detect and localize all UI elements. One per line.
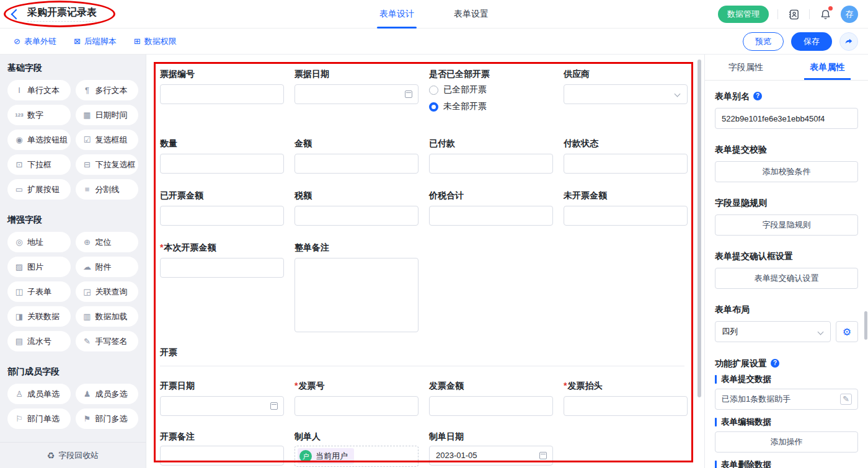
date-input[interactable]: [160, 396, 284, 416]
panel-scrollbar[interactable]: [864, 311, 867, 340]
field-invoice-no[interactable]: *发票号: [294, 380, 418, 416]
sidebar-item-multi-line-text[interactable]: ¶多行文本: [76, 80, 139, 100]
sidebar-item-data-load[interactable]: ▥数据加载: [76, 306, 139, 327]
select-input[interactable]: [564, 84, 688, 104]
date-input[interactable]: 2023-01-05: [429, 446, 553, 466]
field-supplier[interactable]: 供应商: [564, 68, 688, 118]
text-input[interactable]: [160, 446, 284, 466]
field-visibility-button[interactable]: 字段显隐规则: [715, 214, 858, 236]
field-make-date[interactable]: 制单日期 2023-01-05: [429, 431, 553, 467]
sidebar-item-attachment[interactable]: ☁附件: [76, 257, 139, 277]
sidebar-item-signature[interactable]: ✎手写签名: [76, 331, 139, 351]
text-input[interactable]: [160, 154, 284, 174]
sidebar-item-serial-number[interactable]: ▤流水号: [7, 331, 71, 351]
sidebar-item-checkbox-group[interactable]: ☑复选框组: [76, 130, 139, 150]
sidebar-item-number[interactable]: 123数字: [7, 105, 71, 125]
preview-button[interactable]: 预览: [743, 32, 784, 51]
add-edit-action-button[interactable]: 添加操作: [715, 431, 858, 453]
edit-pencil-icon[interactable]: ✎: [840, 394, 852, 405]
sidebar-item-radio-group[interactable]: ◉单选按钮组: [7, 130, 71, 150]
layout-select[interactable]: 四列: [715, 321, 831, 342]
help-icon[interactable]: ?: [771, 359, 779, 368]
address-book-icon[interactable]: [787, 7, 800, 21]
sidebar-item-dept-multi[interactable]: ⚑部门多选: [76, 408, 139, 429]
radio-option-fully-invoiced[interactable]: 已全部开票: [429, 84, 553, 95]
sidebar-item-divider[interactable]: ≡分割线: [76, 179, 139, 200]
sidebar-item-member-multi[interactable]: ♟成员多选: [76, 384, 139, 404]
sidebar-item-dept-single[interactable]: ⚐部门单选: [7, 408, 71, 429]
canvas-scrollbar[interactable]: [698, 60, 701, 397]
field-label: 是否已全部开票: [429, 68, 553, 79]
form-alias-input[interactable]: 522b9e101fe6e3e1ebb450f4: [715, 108, 858, 129]
text-input[interactable]: [564, 396, 688, 416]
text-input[interactable]: [429, 206, 553, 226]
sidebar-item-extend-button[interactable]: ▭扩展按钮: [7, 179, 71, 200]
layout-gear-button[interactable]: ⚙: [836, 321, 858, 342]
data-assistant-box[interactable]: 已添加1条数据助手 ✎: [715, 389, 858, 410]
text-input[interactable]: [564, 206, 688, 226]
sidebar-item-datetime[interactable]: ▦日期时间: [76, 105, 139, 125]
date-input[interactable]: [294, 84, 418, 104]
help-icon[interactable]: ?: [753, 92, 762, 100]
text-input[interactable]: [429, 154, 553, 174]
textarea-input[interactable]: [294, 258, 418, 332]
text-input[interactable]: [294, 206, 418, 226]
backend-script-button[interactable]: ⊠ 后端脚本: [74, 36, 117, 47]
field-paid[interactable]: 已付款: [429, 138, 553, 174]
field-current-invoice-amount[interactable]: *本次开票金额: [160, 242, 284, 332]
share-button[interactable]: [839, 32, 858, 51]
user-select-input[interactable]: 户 当前用户: [294, 446, 418, 467]
field-invoice-remark[interactable]: 开票备注: [160, 431, 284, 467]
data-manage-button[interactable]: 数据管理: [718, 6, 769, 23]
sidebar-item-subform[interactable]: ◫子表单: [7, 281, 71, 302]
back-icon[interactable]: [11, 9, 22, 19]
field-invoice-title[interactable]: *发票抬头: [564, 380, 688, 416]
field-pay-status[interactable]: 付款状态: [564, 138, 688, 174]
sidebar-item-member-single[interactable]: ♙成员单选: [7, 384, 71, 404]
section-title-basic-fields: 基础字段: [7, 63, 138, 74]
field-maker[interactable]: 制单人 户 当前用户: [294, 431, 418, 467]
field-label: 开票备注: [160, 431, 284, 442]
sidebar-item-multi-dropdown[interactable]: ⊟下拉复选框: [76, 154, 139, 175]
field-amount[interactable]: 金额: [294, 138, 418, 174]
field-quantity[interactable]: 数量: [160, 138, 284, 174]
field-invoice-amount[interactable]: 发票金额: [429, 380, 553, 416]
field-bill-no[interactable]: 票据编号: [160, 68, 284, 118]
save-button[interactable]: 保存: [791, 32, 832, 51]
tab-form-properties[interactable]: 表单属性: [787, 55, 868, 80]
text-input[interactable]: [429, 396, 553, 416]
text-input[interactable]: [294, 154, 418, 174]
sidebar-item-address[interactable]: ◎地址: [7, 232, 71, 252]
field-fully-invoiced[interactable]: 是否已全部开票 已全部开票 未全部开票: [429, 68, 553, 118]
field-total-with-tax[interactable]: 价税合计: [429, 190, 553, 226]
submit-confirm-button[interactable]: 表单提交确认设置: [715, 268, 858, 289]
sidebar-item-linked-query[interactable]: ◲关联查询: [76, 281, 139, 302]
field-order-remark[interactable]: 整单备注: [294, 242, 418, 332]
field-invoice-date[interactable]: 开票日期: [160, 380, 284, 416]
field-uninvoiced-amount[interactable]: 未开票金额: [564, 190, 688, 226]
text-input[interactable]: [160, 206, 284, 226]
add-check-condition-button[interactable]: 添加校验条件: [715, 161, 858, 182]
sidebar-item-location[interactable]: ⊕定位: [76, 232, 139, 252]
sidebar-item-single-line-text[interactable]: I单行文本: [7, 80, 71, 100]
sidebar-item-image[interactable]: ▨图片: [7, 257, 71, 277]
sidebar-item-linked-data[interactable]: ◨关联数据: [7, 306, 71, 327]
tab-form-settings[interactable]: 表单设置: [454, 0, 489, 29]
notification-bell-icon[interactable]: [818, 7, 832, 21]
radio-option-not-fully-invoiced[interactable]: 未全部开票: [429, 101, 553, 112]
text-input[interactable]: [564, 154, 688, 174]
text-input[interactable]: [294, 396, 418, 416]
data-permission-button[interactable]: ⊞ 数据权限: [134, 36, 177, 47]
text-input[interactable]: [160, 258, 284, 278]
sidebar-item-dropdown[interactable]: ⊡下拉框: [7, 154, 71, 175]
avatar[interactable]: 存: [841, 6, 858, 23]
field-bill-date[interactable]: 票据日期: [294, 68, 418, 118]
external-link-button[interactable]: ⊘ 表单外链: [14, 36, 56, 47]
page-title[interactable]: 采购开票记录表: [27, 6, 97, 22]
field-tax[interactable]: 税额: [294, 190, 418, 226]
tab-field-properties[interactable]: 字段属性: [705, 55, 787, 80]
field-recycle-bin[interactable]: ♻ 字段回收站: [0, 442, 146, 468]
text-input[interactable]: [160, 84, 284, 104]
tab-form-design[interactable]: 表单设计: [379, 0, 414, 29]
field-invoiced-amount[interactable]: 已开票金额: [160, 190, 284, 226]
